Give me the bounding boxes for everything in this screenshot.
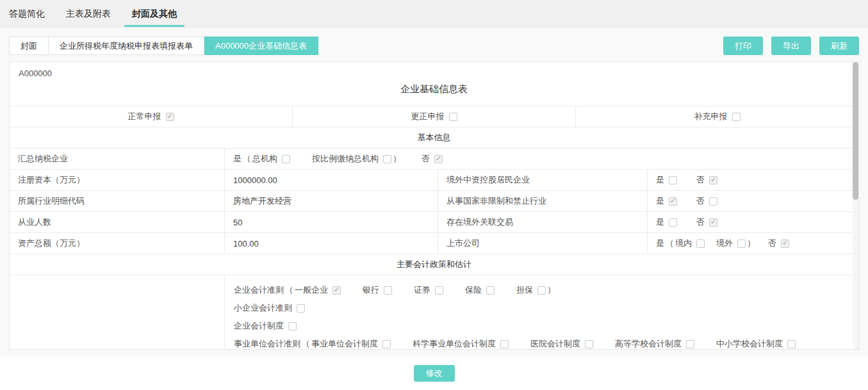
sub-tab-label: 封面	[20, 40, 37, 52]
institution-system-label: 事业单位会计制度	[311, 338, 378, 350]
declare-correction-cell: 更正申报	[293, 106, 576, 127]
science-institution-system-checkbox[interactable]	[500, 340, 509, 348]
sub-tab-group: 封面 企业所得税年度纳税申报表填报表单 A000000企业基础信息表	[9, 37, 318, 55]
tab-label: 封面及其他	[132, 8, 177, 20]
footer-bar: 修改	[0, 357, 868, 390]
registered-capital-label: 注册资本（万元）	[10, 170, 225, 190]
proportional-head-office-label: 按比例缴纳总机构	[312, 153, 379, 165]
yes-label: 是	[656, 195, 664, 207]
guarantee-checkbox[interactable]	[537, 286, 546, 295]
total-assets-value: 100.00	[225, 233, 438, 254]
domestic-listed-checkbox[interactable]	[696, 240, 705, 248]
overseas-label: 境外	[716, 238, 733, 249]
sub-tab-form-list[interactable]: 企业所得税年度纳税申报表填报表单	[49, 37, 204, 55]
modify-button-label: 修改	[426, 368, 443, 379]
registered-capital-value: 1000000.00	[225, 170, 438, 190]
overseas-related-no-checkbox[interactable]	[709, 218, 717, 227]
table-scrollbar-track[interactable]	[853, 62, 858, 349]
table-scrollbar-thumb[interactable]	[853, 62, 858, 200]
yes-label: 是	[656, 238, 664, 249]
no-label: 否	[696, 216, 705, 228]
modify-button[interactable]: 修改	[414, 365, 455, 382]
employee-count-row: 从业人数 50 存在境外关联交易 是 否	[10, 212, 858, 233]
hospital-system-label: 医院会计制度	[530, 338, 580, 350]
overseas-controlled-yn: 是 否	[648, 170, 858, 190]
bank-checkbox[interactable]	[384, 286, 392, 295]
print-button[interactable]: 打印	[723, 37, 763, 55]
non-restricted-industry-yn: 是 否	[648, 191, 858, 211]
enterprise-system-line: 企业会计制度	[234, 317, 849, 335]
declare-correction-checkbox[interactable]	[449, 113, 457, 121]
no-label: 否	[696, 195, 705, 207]
overseas-related-trade-label: 存在境外关联交易	[438, 212, 648, 232]
overseas-related-yes-checkbox[interactable]	[669, 218, 677, 227]
overseas-controlled-yes-checkbox[interactable]	[669, 176, 677, 184]
tab-answer-simplify[interactable]: 答题简化	[9, 0, 45, 28]
form-code: A000000	[19, 69, 849, 78]
tab-main-tables[interactable]: 主表及附表	[66, 0, 111, 28]
form-table: A000000 企业基础信息表 正常申报 更正申报 补充申报 基本信息 汇总纳税…	[9, 61, 859, 350]
general-enterprise-label: 一般企业	[295, 284, 328, 296]
university-system-checkbox[interactable]	[686, 340, 694, 348]
school-system-checkbox[interactable]	[787, 340, 796, 348]
export-button-label: 导出	[783, 40, 799, 52]
head-office-checkbox[interactable]	[282, 155, 290, 163]
consolidated-options: 是 （ 总机构 按比例缴纳总机构 ） 否	[225, 149, 858, 169]
enterprise-standard-line: 企业会计准则 （ 一般企业 银行 证券 保险 担保 ）	[234, 281, 849, 299]
paren-open: （	[285, 284, 293, 296]
accounting-standards-content: 企业会计准则 （ 一般企业 银行 证券 保险 担保 ） 小企业会计准则 企业会计…	[225, 275, 858, 350]
declare-supplement-checkbox[interactable]	[732, 113, 741, 121]
listed-no-checkbox[interactable]	[781, 240, 789, 248]
paren-open: （	[243, 153, 251, 165]
enterprise-system-checkbox[interactable]	[288, 322, 297, 330]
small-enterprise-standard-checkbox[interactable]	[297, 304, 305, 313]
registered-capital-row: 注册资本（万元） 1000000.00 境外中资控股居民企业 是 否	[10, 170, 858, 191]
print-button-label: 打印	[735, 40, 751, 52]
bank-label: 银行	[363, 284, 379, 296]
industry-code-value: 房地产开发经营	[225, 191, 438, 211]
consolidated-no-checkbox[interactable]	[434, 155, 443, 163]
tab-label: 答题简化	[9, 8, 45, 20]
listed-company-yn: 是 （ 境内 境外 ） 否	[648, 233, 858, 254]
enterprise-standard-label: 企业会计准则	[234, 284, 284, 296]
institution-system-checkbox[interactable]	[382, 340, 391, 348]
securities-label: 证券	[414, 284, 430, 296]
hospital-system-checkbox[interactable]	[585, 340, 593, 348]
school-system-label: 中小学校会计制度	[716, 338, 783, 350]
proportional-head-office-checkbox[interactable]	[383, 155, 391, 163]
declare-supplement-cell: 补充申报	[576, 106, 858, 127]
yes-label: 是	[656, 174, 664, 186]
paren-close: ）	[547, 284, 555, 296]
paren-open: （	[666, 238, 674, 249]
university-system-label: 高等学校会计制度	[615, 338, 682, 350]
total-assets-row: 资产总额（万元） 100.00 上市公司 是 （ 境内 境外 ） 否	[10, 233, 858, 254]
declare-correction-label: 更正申报	[411, 111, 445, 122]
export-button[interactable]: 导出	[771, 37, 811, 55]
tab-label: 主表及附表	[66, 8, 111, 20]
non-restricted-no-checkbox[interactable]	[709, 197, 717, 206]
form-title: 企业基础信息表	[19, 83, 849, 95]
section-accounting-title: 主要会计政策和估计	[10, 254, 858, 275]
sub-tab-label: 企业所得税年度纳税申报表填报表单	[60, 40, 193, 52]
small-enterprise-standard-label: 小企业会计准则	[234, 302, 292, 314]
tab-cover-others[interactable]: 封面及其他	[132, 0, 177, 28]
science-institution-system-label: 科学事业单位会计制度	[413, 338, 496, 350]
overseas-controlled-no-checkbox[interactable]	[709, 176, 717, 184]
enterprise-system-label: 企业会计制度	[234, 320, 284, 332]
sub-tab-a000000[interactable]: A000000企业基础信息表	[204, 37, 318, 55]
total-assets-label: 资产总额（万元）	[10, 233, 225, 254]
toolbar: 封面 企业所得税年度纳税申报表填报表单 A000000企业基础信息表 打印 导出…	[0, 28, 868, 61]
institution-standard-line: 事业单位会计准则 （ 事业单位会计制度 科学事业单位会计制度 医院会计制度 高等…	[234, 335, 849, 350]
sub-tab-cover[interactable]: 封面	[9, 37, 49, 55]
general-enterprise-checkbox[interactable]	[332, 286, 341, 295]
refresh-button[interactable]: 刷新	[819, 37, 859, 55]
declare-normal-checkbox[interactable]	[166, 113, 174, 121]
industry-code-label: 所属行业明细代码	[10, 191, 225, 211]
non-restricted-yes-checkbox[interactable]	[669, 197, 677, 206]
overseas-listed-checkbox[interactable]	[737, 240, 746, 248]
form-header: A000000 企业基础信息表	[10, 62, 858, 106]
paren-close: ）	[393, 153, 401, 165]
insurance-checkbox[interactable]	[486, 286, 495, 295]
securities-checkbox[interactable]	[435, 286, 443, 295]
declare-normal-cell: 正常申报	[10, 106, 293, 127]
